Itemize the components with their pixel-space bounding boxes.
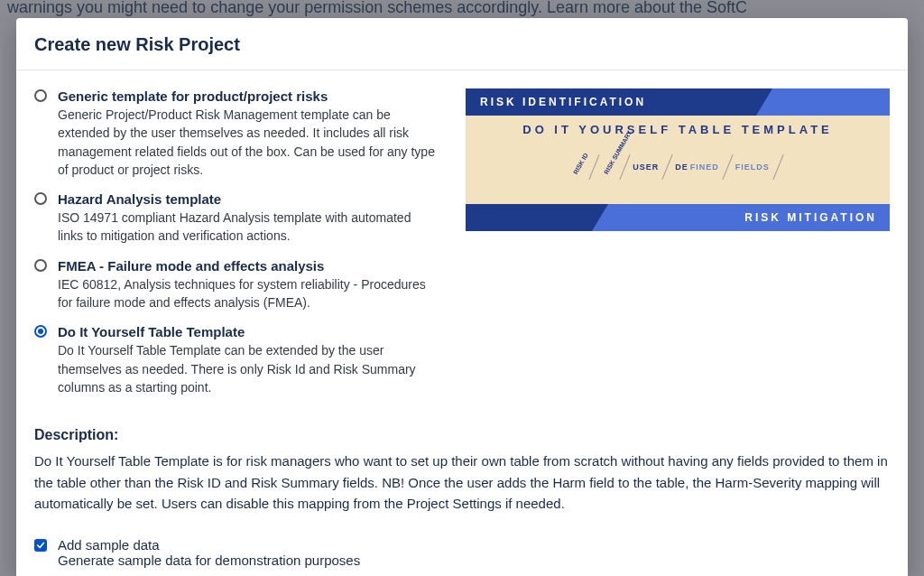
preview-col-riskid: RISK ID bbox=[572, 159, 585, 174]
template-preview: RISK IDENTIFICATION DO IT YOURSELF TABLE… bbox=[466, 88, 890, 231]
option-title: Generic template for product/project ris… bbox=[58, 88, 439, 104]
option-desc: Do It Yourself Table Template can be ext… bbox=[58, 341, 439, 396]
description-heading: Description: bbox=[34, 427, 890, 443]
preview-bottom-bar: RISK MITIGATION bbox=[466, 204, 890, 231]
option-desc: Generic Project/Product Risk Management … bbox=[58, 106, 439, 179]
option-title: FMEA - Failure mode and effects analysis bbox=[58, 258, 439, 274]
option-desc: IEC 60812, Analysis techniques for syste… bbox=[58, 275, 439, 312]
option-desc: ISO 14971 compliant Hazard Analysis temp… bbox=[58, 209, 439, 246]
checkmark-icon bbox=[36, 541, 45, 550]
preview-col-risksummary: RISK SUMMARY bbox=[603, 159, 615, 174]
modal-header: Create new Risk Project bbox=[16, 18, 908, 70]
template-option-generic[interactable]: Generic template for product/project ris… bbox=[34, 88, 439, 179]
template-option-fmea[interactable]: FMEA - Failure mode and effects analysis… bbox=[34, 258, 439, 312]
create-risk-project-modal: Create new Risk Project Generic template… bbox=[16, 18, 908, 576]
option-title: Hazard Analysis template bbox=[58, 191, 439, 207]
preview-middle: DO IT YOURSELF TABLE TEMPLATE RISK ID RI… bbox=[466, 116, 890, 204]
radio-icon bbox=[34, 325, 47, 338]
radio-icon bbox=[34, 192, 47, 205]
modal-title: Create new Risk Project bbox=[34, 34, 890, 55]
radio-icon bbox=[34, 259, 47, 272]
checkbox-label: Add sample data bbox=[58, 537, 890, 553]
template-options-list: Generic template for product/project ris… bbox=[34, 88, 439, 409]
checkbox-desc: Generate sample data for demonstration p… bbox=[58, 553, 890, 568]
preview-mid-title: DO IT YOURSELF TABLE TEMPLATE bbox=[466, 123, 890, 136]
checkbox-icon bbox=[34, 539, 47, 552]
template-option-hazard[interactable]: Hazard Analysis template ISO 14971 compl… bbox=[34, 191, 439, 246]
preview-top-bar: RISK IDENTIFICATION bbox=[466, 88, 890, 116]
option-title: Do It Yourself Table Template bbox=[58, 324, 439, 339]
description-text: Do It Yourself Table Template is for ris… bbox=[34, 451, 890, 514]
background-warning-text: warnings you might need to change your p… bbox=[0, 0, 924, 17]
radio-icon bbox=[34, 89, 47, 102]
template-option-diy[interactable]: Do It Yourself Table Template Do It Your… bbox=[34, 324, 439, 396]
modal-body: Generic template for product/project ris… bbox=[16, 70, 908, 576]
add-sample-data-option[interactable]: Add sample data Generate sample data for… bbox=[34, 537, 890, 568]
